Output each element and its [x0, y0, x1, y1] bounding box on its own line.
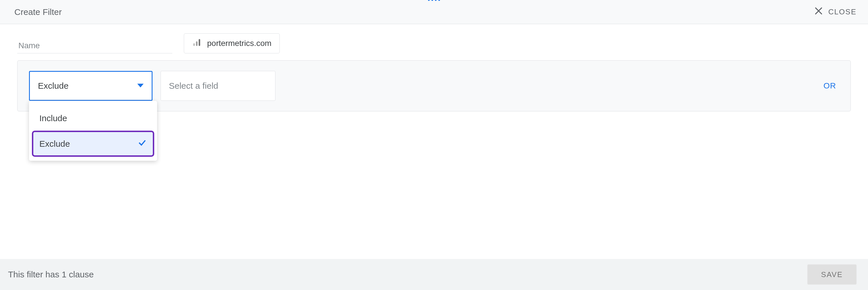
save-button[interactable]: SAVE — [807, 264, 857, 285]
drag-handle-icon[interactable] — [428, 0, 440, 1]
check-icon — [137, 138, 147, 149]
condition-type-dropdown: Include Exclude — [29, 101, 157, 161]
config-row: portermetrics.com — [0, 24, 868, 60]
condition-type-select[interactable]: Exclude — [29, 71, 153, 101]
close-button[interactable]: CLOSE — [813, 6, 857, 18]
dialog-title: Create Filter — [14, 7, 62, 17]
svg-rect-1 — [196, 41, 197, 46]
close-icon — [813, 6, 824, 18]
dialog-footer: This filter has 1 clause SAVE — [0, 259, 868, 290]
or-button[interactable]: OR — [824, 81, 839, 91]
dropdown-option-exclude[interactable]: Exclude — [32, 131, 154, 157]
field-select-placeholder: Select a field — [169, 81, 218, 91]
close-label: CLOSE — [828, 7, 857, 17]
clause-count-status: This filter has 1 clause — [8, 269, 94, 279]
caret-down-icon — [137, 81, 144, 91]
dropdown-option-label: Exclude — [39, 139, 70, 149]
dropdown-option-include[interactable]: Include — [32, 106, 154, 131]
dialog-header: Create Filter CLOSE — [0, 0, 868, 24]
svg-rect-2 — [199, 39, 200, 46]
analytics-icon — [192, 38, 202, 49]
svg-rect-0 — [193, 43, 195, 46]
dropdown-option-label: Include — [39, 114, 67, 123]
filter-builder: Exclude Select a field OR Include Exclud… — [17, 60, 851, 111]
datasource-chip[interactable]: portermetrics.com — [184, 33, 280, 54]
datasource-label: portermetrics.com — [207, 39, 272, 48]
filter-name-input[interactable] — [17, 38, 172, 54]
field-select[interactable]: Select a field — [161, 71, 275, 101]
condition-type-value: Exclude — [38, 81, 69, 91]
